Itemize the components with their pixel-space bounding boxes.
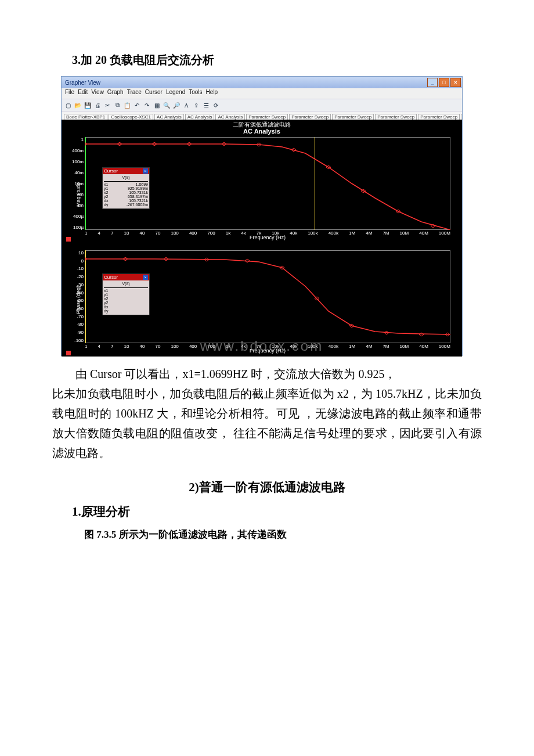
tab[interactable]: Parameter Sweep (418, 114, 460, 120)
marker-a-icon[interactable]: A (182, 101, 190, 109)
tab[interactable]: Parameter Sweep (289, 114, 331, 120)
redo-icon[interactable]: ↷ (143, 101, 151, 109)
copy-icon[interactable]: ⧉ (113, 101, 121, 109)
print-icon[interactable]: 🖨 (93, 101, 102, 109)
new-icon[interactable]: ▢ (64, 101, 72, 109)
heading-section-2): 2)普通一阶有源低通滤波电路 (52, 479, 482, 495)
plot-area: 二阶有源低通滤波电路 AC Analysis Magnitude (62, 120, 462, 357)
cursor-close-icon[interactable]: × (143, 168, 148, 174)
tab[interactable]: AC Analysis (185, 114, 215, 120)
open-icon[interactable]: 📂 (74, 101, 82, 109)
heading-number: 3. (72, 53, 81, 66)
trace-legend-marker[interactable] (66, 237, 71, 242)
export-icon[interactable]: ⇪ (192, 101, 200, 109)
tab[interactable]: Parameter Sweep (375, 114, 417, 120)
legend-icon[interactable]: ☰ (202, 101, 210, 109)
tab[interactable]: Oscilloscope-XSC1 (109, 114, 153, 120)
refresh-icon[interactable]: ⟳ (212, 101, 220, 109)
paste-icon[interactable]: 📋 (123, 101, 131, 109)
para-line: 由 Cursor 可以看出，x1=1.0699HZ 时，交流放大倍数为 0.92… (52, 364, 482, 384)
y-ticks: 1 400m 100m 40m 10m 4m 1m 400µ 100µ (66, 137, 84, 230)
magnitude-plot[interactable]: Magnitude 1 400m 100m 40m 10m 4m 1m 400µ… (85, 137, 450, 230)
cut-icon[interactable]: ✂ (103, 101, 111, 109)
heading-text: 加 20 负载电阻后交流分析 (81, 53, 214, 66)
tab-row[interactable]: Bode Plotter-XBP1 Oscilloscope-XSC1 AC A… (62, 111, 462, 120)
tab[interactable]: Bode Plotter-XBP1 (64, 114, 107, 120)
heading-number: 1. (72, 505, 81, 519)
cursor-close-icon[interactable]: × (143, 275, 148, 280)
cursor-body: V(8) x1 y1 x2 y2 dx dy (103, 280, 149, 315)
restore-button[interactable]: □ (439, 78, 449, 87)
figure-caption: 图 7.3.5 所示为一阶低通滤波电路，其传递函数 (84, 528, 482, 541)
plot-title-en: AC Analysis (62, 128, 462, 135)
tab[interactable]: AC Analysis (215, 114, 245, 120)
menu-file[interactable]: File (65, 89, 74, 98)
heading-prefix: 2) (189, 480, 199, 494)
heading-section-3: 3.加 20 负载电阻后交流分析 (72, 52, 482, 68)
cursor-panel-title[interactable]: Cursor × (103, 274, 149, 280)
trace-legend-marker[interactable] (66, 351, 71, 355)
tab[interactable]: Parameter Sweep (246, 114, 288, 120)
phase-plot[interactable]: Phase (deg) 10 0 -10 -20 -30 -40 -50 -60… (85, 250, 450, 343)
close-button[interactable]: × (450, 78, 461, 87)
tab[interactable]: AC Analysis (154, 114, 184, 120)
tab[interactable]: AC Analysis (461, 114, 462, 120)
menu-tools[interactable]: Tools (189, 89, 202, 98)
heading-sub-1: 1.原理分析 (72, 503, 482, 520)
toolbar[interactable]: ▢ 📂 💾 🖨 ✂ ⧉ 📋 ↶ ↷ ▦ 🔍 🔎 A ⇪ ☰ ⟳ (62, 99, 462, 111)
grid-icon[interactable]: ▦ (153, 101, 161, 109)
menu-cursor[interactable]: Cursor (145, 89, 163, 98)
menu-legend[interactable]: Legend (166, 89, 185, 98)
menu-view[interactable]: View (91, 89, 104, 98)
cursor-body: V(8) x11.0699 y1925.9199m x2105.7331k y2… (103, 174, 149, 208)
save-icon[interactable]: 💾 (84, 101, 92, 109)
tab[interactable]: Parameter Sweep (332, 114, 374, 120)
cursor-panel-1[interactable]: Cursor × V(8) x11.0699 y1925.9199m x2105… (102, 167, 150, 209)
heading-text: 原理分析 (81, 505, 130, 519)
minimize-button[interactable]: _ (427, 78, 438, 87)
para-line: 比未加负载电阻时小，加负载电阻后的截止频率近似为 x2，为 (52, 387, 373, 400)
y-ticks: 10 0 -10 -20 -30 -40 -50 -60 -70 -80 -90… (66, 250, 84, 343)
body-paragraph: 由 Cursor 可以看出，x1=1.0699HZ 时，交流放大倍数为 0.92… (52, 364, 482, 463)
x-axis-label: Frequency (Hz) (85, 235, 450, 240)
grapher-window: Grapher View _ □ × File Edit View Graph … (61, 76, 463, 356)
titlebar[interactable]: Grapher View _ □ × (62, 77, 462, 88)
zoom-out-icon[interactable]: 🔎 (172, 101, 181, 109)
x-axis-label: Frequency (Hz) (85, 348, 450, 354)
document-page: 3.加 20 负载电阻后交流分析 Grapher View _ □ × File… (0, 0, 534, 756)
cursor-panel-2[interactable]: Cursor × V(8) x1 y1 x2 y2 dx dy (102, 273, 150, 315)
window-buttons: _ □ × (427, 78, 461, 87)
cursor-panel-title[interactable]: Cursor × (103, 168, 149, 174)
menu-edit[interactable]: Edit (78, 89, 88, 98)
menu-graph[interactable]: Graph (107, 89, 124, 98)
menubar[interactable]: File Edit View Graph Trace Cursor Legend… (62, 88, 462, 99)
window-title: Grapher View (65, 80, 100, 86)
undo-icon[interactable]: ↶ (133, 101, 141, 109)
menu-help[interactable]: Help (206, 89, 218, 98)
heading-text: 普通一阶有源低通滤波电路 (199, 480, 345, 494)
menu-trace[interactable]: Trace (127, 89, 142, 98)
zoom-in-icon[interactable]: 🔍 (163, 101, 171, 109)
